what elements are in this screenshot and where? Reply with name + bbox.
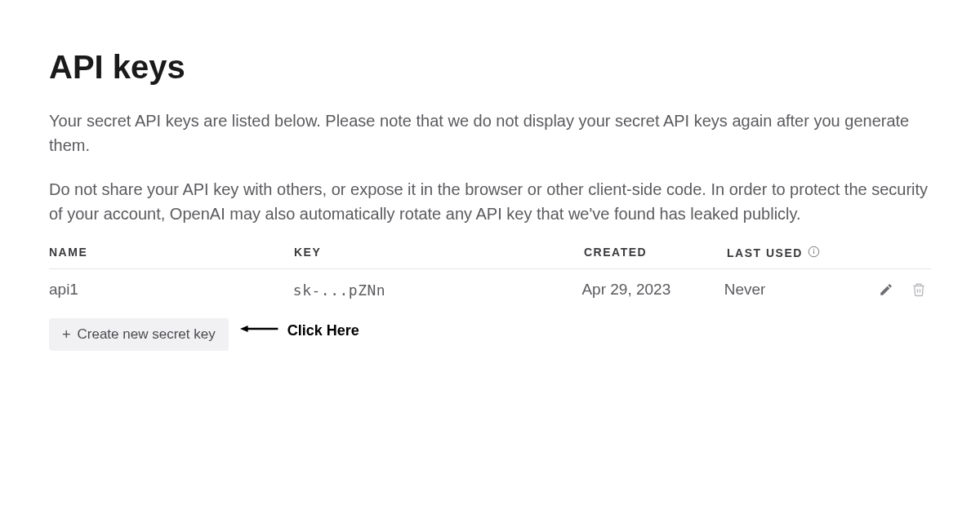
api-keys-table: NAME KEY CREATED LAST USED api1 sk-...pZ… xyxy=(49,246,931,310)
cell-created: Apr 29, 2023 xyxy=(581,281,724,299)
column-header-key: KEY xyxy=(294,246,584,260)
create-secret-key-button[interactable]: + Create new secret key xyxy=(49,318,229,351)
column-header-last-used-label: LAST USED xyxy=(727,246,803,259)
trash-icon[interactable] xyxy=(911,282,926,297)
svg-marker-6 xyxy=(240,326,248,332)
cell-name: api1 xyxy=(49,281,293,299)
info-icon[interactable] xyxy=(808,246,820,260)
description-paragraph-1: Your secret API keys are listed below. P… xyxy=(49,109,931,157)
cell-last-used: Never xyxy=(724,281,879,299)
column-header-last-used: LAST USED xyxy=(727,246,882,260)
annotation-text: Click Here xyxy=(287,322,359,339)
column-header-created: CREATED xyxy=(584,246,727,260)
annotation: Click Here xyxy=(240,322,359,339)
table-row: api1 sk-...pZNn Apr 29, 2023 Never xyxy=(49,269,931,310)
table-header-row: NAME KEY CREATED LAST USED xyxy=(49,246,931,269)
svg-point-2 xyxy=(813,249,814,250)
plus-icon: + xyxy=(62,327,71,342)
description-paragraph-2: Do not share your API key with others, o… xyxy=(49,177,931,226)
arrow-icon xyxy=(240,322,279,339)
create-button-label: Create new secret key xyxy=(78,326,216,343)
column-header-name: NAME xyxy=(49,246,294,260)
edit-icon[interactable] xyxy=(879,282,893,297)
cell-key: sk-...pZNn xyxy=(293,281,582,299)
page-title: API keys xyxy=(49,49,931,86)
